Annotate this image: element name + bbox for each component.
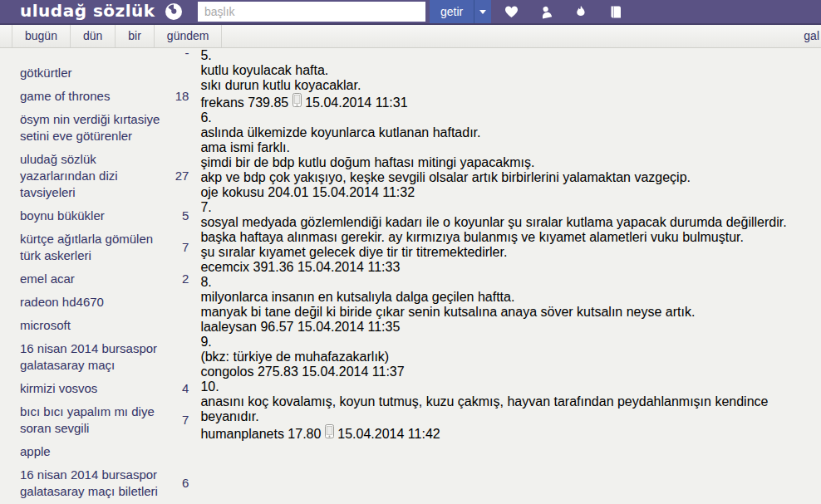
nav-item-galeri[interactable]: gal [804,25,819,47]
entry-body: (bkz: türkiye de muhafazakarlık) congolo… [200,350,821,379]
topic-entry-count: 27 [169,168,189,184]
topic-title: game of thrones [20,88,169,105]
header-bar: uludağ sözlük getir [0,0,821,25]
entry-number: 6. [200,110,821,125]
author-rating: 17.80 [288,427,321,441]
entry-timestamp: 15.04.2014 11:33 [297,260,400,274]
topic-title: kirmizi vosvos [20,380,169,397]
entry-meta-row: humanplanets 17.80 15.04.2014 11:42 [200,424,821,442]
getir-dropdown-button[interactable] [474,0,491,23]
sidebar-topic[interactable]: emel acar 2 [0,267,200,291]
entry-text: (bkz: türkiye de muhafazakarlık) [200,350,821,365]
entry-text: anasını koç kovalamış, koyun tutmuş, kuz… [200,394,821,424]
topic-title: kürtçe ağıtlarla gömülen türk askerleri [20,231,169,264]
sidebar-topic[interactable]: apple [0,440,200,463]
getir-button-group: getir [430,0,491,23]
getir-button[interactable]: getir [430,0,474,23]
sidebar-topic[interactable]: ösym nin verdiği kırtasiye setini eve gö… [0,108,200,148]
entry-text: sosyal medyada gözlemlendiği kadarı ile … [200,215,821,260]
topic-title: microsoft [20,317,169,334]
entry-body: anasını koç kovalamış, koyun tutmuş, kuz… [200,394,821,442]
entry-text-line: ama ismi farklı. [200,140,821,155]
entry-body: milyonlarca insanın en kutsalıyla dalga … [200,290,821,335]
entry: 9. (bkz: türkiye de muhafazakarlık) cong… [200,335,821,379]
entry-text: kutlu koyulacak hafta.sıkı durun kutlu k… [200,63,821,93]
entry-number: 9. [200,335,821,350]
entry: 5. kutlu koyulacak hafta.sıkı durun kutl… [200,48,821,110]
topic-title: ösym nin verdiği kırtasiye setini eve gö… [20,111,169,144]
entry-meta-row: laaleysan 96.57 15.04.2014 11:35 [200,320,821,335]
entry-text-line: aslında ülkemizde koyunlarca kutlanan ha… [200,125,821,140]
site-logo[interactable]: uludağ sözlük [20,1,155,21]
nav-tab[interactable]: bugün [12,25,71,47]
entry-text-line: şu sıralar kıyamet gelecek diye tir tir … [200,245,821,260]
sidebar-topic[interactable]: bıcı bıcı yapalım mı diye soran sevgili … [0,400,200,440]
topic-entry-count: 6 [169,475,189,492]
entry-timestamp: 15.04.2014 11:31 [305,95,407,110]
topic-title: 16 nisan 2014 bursaspor galatasaray maçı [20,340,169,374]
author-link[interactable]: frekans [200,95,243,110]
sidebar-topic[interactable]: kürtçe ağıtlarla gömülen türk askerleri … [0,228,200,267]
mobile-phone-icon [293,95,305,110]
page-body: - götkürtler game of thrones 18 ösym nin… [0,48,821,503]
user-icon[interactable] [538,4,553,19]
nav-tab[interactable]: bir [116,25,155,47]
sidebar-topic[interactable]: radeon hd4670 [0,291,200,314]
chevron-down-icon [479,10,486,14]
topic-entry-count: 7 [169,239,189,256]
bkz-suffix: ) [385,350,389,364]
entry-text-line: sıkı durun kutlu koyacaklar. [200,78,821,93]
entry-text-line: akp ve bdp çok yakışıyo, keşke sevgili o… [200,170,821,185]
topic-entry-count: - [169,48,189,61]
entry-text: aslında ülkemizde koyunlarca kutlanan ha… [200,125,821,185]
entry-number: 5. [200,48,821,63]
entry-text-line: başka haftaya alınması gerekir. ay kırmı… [200,230,821,245]
author-rating: 739.85 [248,95,288,110]
entry-meta-row: ecemcix 391.36 15.04.2014 11:33 [200,260,821,275]
bkz-link[interactable]: türkiye de muhafazakarlık [234,350,385,364]
sidebar-topic[interactable]: boynu bükükler 5 [0,204,200,228]
author-rating: 204.01 [268,185,308,199]
mobile-phone-icon [325,427,337,441]
entry-list: 5. kutlu koyulacak hafta.sıkı durun kutl… [200,48,821,503]
sidebar-topic[interactable]: - [0,48,200,61]
heart-icon[interactable] [504,4,519,19]
author-link[interactable]: congolos [200,365,253,379]
bkz-prefix: (bkz: [200,350,233,364]
sidebar-topic[interactable]: 16 nisan 2014 bursaspor galatasaray maçı… [0,463,200,503]
topic-entry-count: 4 [169,380,189,397]
book-icon[interactable] [608,4,623,19]
topic-title: götkürtler [20,65,169,81]
author-link[interactable]: laaleysan [200,320,257,334]
entry-timestamp: 15.04.2014 11:37 [302,365,404,379]
topic-title: apple [20,443,169,460]
author-link[interactable]: humanplanets [200,427,284,441]
entry-text-line: şimdi bir de bdp kutlu doğum haftası mit… [200,155,821,170]
sidebar-topic[interactable]: game of thrones 18 [0,85,200,108]
entry-text-line: manyak bi tane değil ki biride çıkar sen… [200,305,821,320]
entry-text-line: milyonlarca insanın en kutsalıyla dalga … [200,290,821,305]
entry-body: kutlu koyulacak hafta.sıkı durun kutlu k… [200,63,821,110]
search-input[interactable] [198,2,425,22]
entry-timestamp: 15.04.2014 11:35 [297,320,400,334]
flame-icon[interactable] [573,4,588,19]
sidebar-topic[interactable]: götkürtler [0,61,200,85]
author-link[interactable]: oje kokusu [200,185,264,199]
nav-tab[interactable]: dün [71,25,116,47]
topic-title: emel acar [20,271,169,287]
sidebar-topic[interactable]: kirmizi vosvos 4 [0,377,200,400]
nav-tab[interactable]: gündem [155,25,223,47]
author-link[interactable]: ecemcix [200,260,249,274]
sidebar-topic[interactable]: 16 nisan 2014 bursaspor galatasaray maçı [0,337,200,377]
entry-text: milyonlarca insanın en kutsalıyla dalga … [200,290,821,320]
pie-logo-icon [165,2,183,21]
sidebar-topic[interactable]: microsoft [0,314,200,337]
entry-body: sosyal medyada gözlemlendiği kadarı ile … [200,215,821,275]
topic-entry-count: 5 [169,208,189,224]
entry-body: aslında ülkemizde koyunlarca kutlanan ha… [200,125,821,200]
sidebar-topic[interactable]: uludağ sözlük yazarlarından dizi tavsiye… [0,148,200,204]
entry-number: 8. [200,275,821,290]
entry-meta-row: congolos 275.83 15.04.2014 11:37 [200,365,821,379]
entry: 7. sosyal medyada gözlemlendiği kadarı i… [200,200,821,275]
topic-entry-count: 2 [169,271,189,287]
